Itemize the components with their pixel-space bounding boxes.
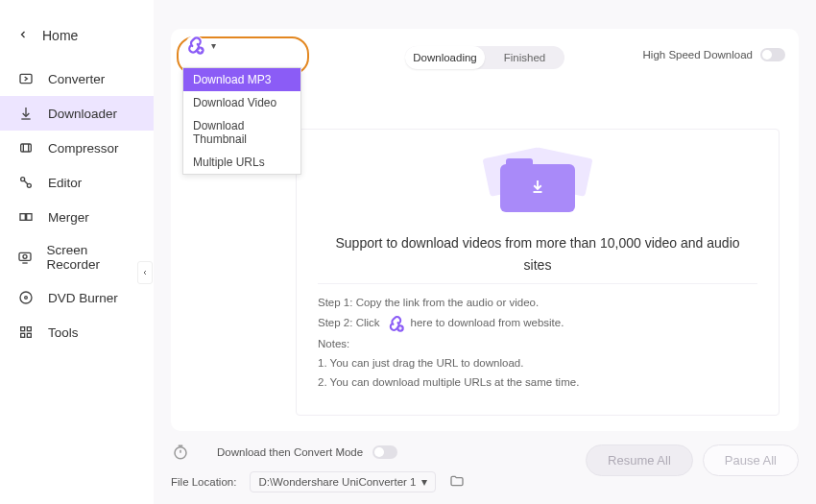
convert-mode-label: Download then Convert Mode bbox=[217, 446, 363, 458]
empty-panel: Support to download videos from more tha… bbox=[296, 129, 780, 416]
segmented-control: Downloading Finished bbox=[405, 46, 564, 69]
sidebar-item-merger[interactable]: Merger bbox=[0, 200, 154, 234]
empty-headline-2: sites bbox=[318, 255, 757, 275]
dropdown-item-video[interactable]: Download Video bbox=[183, 91, 300, 114]
home-label: Home bbox=[42, 28, 78, 43]
open-folder-button[interactable] bbox=[449, 473, 465, 491]
high-speed-toggle[interactable] bbox=[760, 48, 785, 61]
file-location-label: File Location: bbox=[171, 476, 236, 488]
file-location-select[interactable]: D:\Wondershare UniConverter 1 ▾ bbox=[250, 471, 436, 492]
footer: Download then Convert Mode Resume All Pa… bbox=[171, 437, 799, 498]
svg-rect-10 bbox=[20, 74, 32, 83]
sidebar-item-label: Merger bbox=[48, 210, 89, 225]
svg-rect-20 bbox=[19, 252, 31, 260]
home-nav[interactable]: Home bbox=[0, 19, 154, 61]
sidebar-item-label: Screen Recorder bbox=[46, 243, 136, 272]
screen-recorder-icon bbox=[17, 249, 33, 266]
tab-finished[interactable]: Finished bbox=[485, 46, 564, 69]
tab-downloading[interactable]: Downloading bbox=[405, 46, 485, 69]
svg-point-23 bbox=[20, 292, 32, 303]
svg-rect-19 bbox=[27, 214, 32, 221]
file-location-value: D:\Wondershare UniConverter 1 bbox=[258, 476, 416, 488]
step-2a: Step 2: Click bbox=[318, 315, 380, 331]
sidebar-item-converter[interactable]: Converter bbox=[0, 61, 154, 96]
downloader-icon bbox=[17, 105, 35, 122]
svg-rect-26 bbox=[27, 327, 31, 331]
chevron-down-icon: ▾ bbox=[421, 475, 427, 489]
editor-icon bbox=[17, 174, 35, 191]
sidebar-item-label: Converter bbox=[48, 72, 105, 86]
download-folder-illustration bbox=[490, 151, 586, 220]
dvd-icon bbox=[17, 289, 35, 306]
svg-rect-27 bbox=[21, 333, 25, 337]
main-card: ▾ Download MP3 Download Video Download T… bbox=[171, 29, 799, 431]
notes-label: Notes: bbox=[318, 336, 757, 352]
compressor-icon bbox=[17, 139, 35, 156]
dropdown-item-thumbnail[interactable]: Download Thumbnail bbox=[183, 114, 300, 151]
convert-mode-toggle[interactable] bbox=[372, 445, 397, 459]
svg-rect-18 bbox=[20, 214, 25, 221]
step-2b: here to download from website. bbox=[411, 315, 564, 331]
high-speed-label: High Speed Download bbox=[643, 49, 753, 60]
dropdown-item-multiple[interactable]: Multiple URLs bbox=[183, 151, 300, 174]
sidebar: Home Converter Downloader Compressor Edi… bbox=[0, 0, 154, 504]
merger-icon bbox=[17, 208, 35, 226]
download-link-icon bbox=[184, 35, 205, 56]
sidebar-item-editor[interactable]: Editor bbox=[0, 165, 154, 200]
dropdown-item-mp3[interactable]: Download MP3 bbox=[183, 68, 300, 91]
tools-icon bbox=[17, 324, 35, 341]
sidebar-item-screen-recorder[interactable]: Screen Recorder bbox=[0, 234, 154, 280]
converter-icon bbox=[17, 70, 35, 87]
download-url-button[interactable]: ▾ bbox=[184, 35, 216, 56]
download-dropdown: Download MP3 Download Video Download Thu… bbox=[182, 67, 301, 175]
sidebar-item-label: Editor bbox=[48, 176, 82, 190]
back-icon bbox=[17, 27, 29, 44]
pause-all-button[interactable]: Pause All bbox=[703, 444, 799, 476]
note-2: 2. You can download multiple URLs at the… bbox=[318, 374, 757, 391]
svg-rect-28 bbox=[27, 333, 31, 337]
svg-point-21 bbox=[23, 254, 27, 258]
sidebar-item-downloader[interactable]: Downloader bbox=[0, 96, 154, 131]
note-1: 1. You can just drag the URL to download… bbox=[318, 355, 757, 372]
sidebar-item-label: Tools bbox=[48, 325, 79, 340]
collapse-sidebar-button[interactable] bbox=[137, 261, 153, 284]
resume-all-button[interactable]: Resume All bbox=[586, 444, 693, 476]
svg-point-24 bbox=[25, 297, 28, 300]
chevron-left-icon bbox=[141, 269, 149, 276]
sidebar-item-dvd-burner[interactable]: DVD Burner bbox=[0, 280, 154, 315]
sidebar-item-label: Compressor bbox=[48, 141, 119, 156]
download-link-icon bbox=[386, 314, 405, 333]
sidebar-item-label: DVD Burner bbox=[48, 291, 118, 305]
step-1: Step 1: Copy the link from the audio or … bbox=[318, 295, 757, 311]
empty-headline-1: Support to download videos from more tha… bbox=[318, 233, 757, 252]
timer-icon[interactable] bbox=[171, 443, 190, 462]
svg-line-17 bbox=[24, 180, 28, 184]
sidebar-item-compressor[interactable]: Compressor bbox=[0, 131, 154, 165]
svg-rect-12 bbox=[21, 144, 32, 152]
sidebar-item-label: Downloader bbox=[48, 107, 117, 121]
svg-rect-25 bbox=[21, 327, 25, 331]
sidebar-item-tools[interactable]: Tools bbox=[0, 315, 154, 349]
chevron-down-icon: ▾ bbox=[211, 40, 216, 51]
